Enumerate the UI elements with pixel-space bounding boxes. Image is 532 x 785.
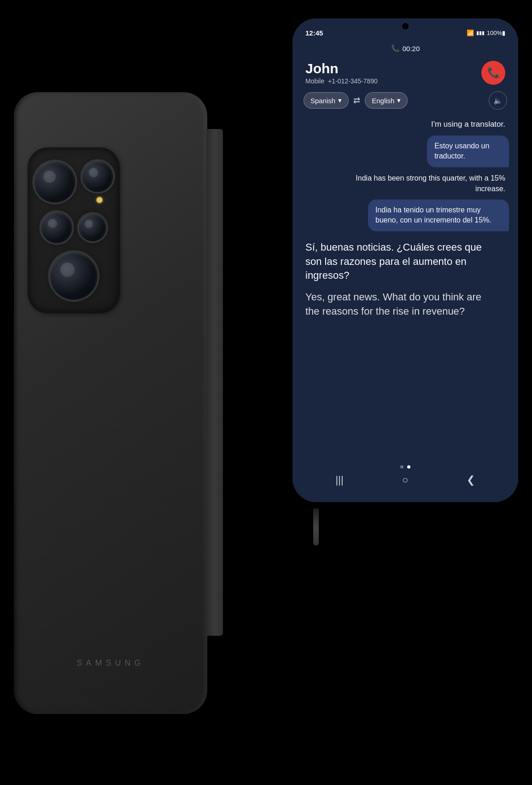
flash [96, 197, 103, 203]
main-lens [34, 161, 76, 203]
end-call-icon: 📞 [487, 67, 500, 79]
source-lang-label: Spanish [310, 97, 335, 105]
source-language-selector[interactable]: Spanish ▾ [304, 92, 349, 109]
back-button[interactable]: ❮ [467, 474, 475, 486]
end-call-button[interactable]: 📞 [481, 61, 505, 85]
page-indicator [400, 465, 410, 469]
periscope-lens [50, 252, 98, 300]
speaker-button[interactable]: 🔈 [489, 91, 507, 110]
dot-2 [407, 465, 410, 469]
call-duration: 📞 00:20 [292, 44, 518, 53]
camera-module [28, 147, 120, 313]
caller-info: John Mobile +1-012-345-7890 📞 [292, 58, 518, 91]
home-button[interactable]: ○ [402, 474, 408, 486]
duration-text: 00:20 [403, 45, 420, 53]
source-lang-chevron: ▾ [338, 96, 342, 105]
navigation-buttons: ||| ○ ❮ [292, 474, 518, 486]
message-5: Sí, buenas noticias. ¿Cuáles crees que s… [302, 239, 499, 285]
message-1: I'm using a translator. [427, 117, 509, 132]
message-4-group: India ha tenido un trimestre muy bueno, … [333, 199, 509, 231]
target-lang-chevron: ▾ [397, 96, 401, 105]
target-lang-label: English [372, 97, 394, 105]
message-6: Yes, great news. What do you think are t… [302, 288, 499, 321]
phone-back: SAMSUNG [14, 92, 207, 714]
phone-icon: 📞 [391, 44, 400, 53]
message-3: India has been strong this quarter, with… [333, 171, 509, 196]
dot-1 [400, 465, 403, 469]
phone-screen: 12:45 📶 ▮▮▮ 100%▮ 📞 00:20 John [292, 18, 518, 502]
chat-area: I'm using a translator. Estoy usando un … [292, 117, 518, 502]
recents-icon: ||| [336, 474, 344, 486]
ultrawide-lens [41, 212, 72, 243]
phone-side-rail [206, 129, 223, 636]
language-bar: Spanish ▾ ⇄ English ▾ 🔈 [292, 91, 518, 117]
home-icon: ○ [402, 474, 408, 486]
call-header: 📞 00:20 [292, 41, 518, 58]
battery-icon: 100%▮ [487, 29, 505, 36]
nav-bar: ||| ○ ❮ [292, 461, 518, 502]
tof-lens [79, 214, 106, 241]
front-camera-cutout [402, 23, 409, 29]
caller-number: Mobile +1-012-345-7890 [305, 77, 378, 85]
telephoto-lens [82, 161, 113, 192]
recents-button[interactable]: ||| [336, 474, 344, 486]
caller-name: John [305, 61, 378, 76]
status-time: 12:45 [305, 29, 323, 37]
back-icon: ❮ [467, 474, 475, 486]
speaker-icon: 🔈 [493, 96, 503, 105]
message-2-group: Estoy usando un traductor. [407, 135, 509, 167]
s-pen [313, 509, 319, 545]
wifi-icon: 📶 [467, 29, 474, 36]
phone-front: 12:45 📶 ▮▮▮ 100%▮ 📞 00:20 John [292, 18, 518, 502]
caller-details: John Mobile +1-012-345-7890 [305, 61, 378, 85]
swap-languages-icon[interactable]: ⇄ [353, 95, 360, 105]
message-4: India ha tenido un trimestre muy bueno, … [368, 199, 509, 231]
message-2: Estoy usando un traductor. [427, 135, 509, 167]
brand-logo: SAMSUNG [76, 658, 144, 668]
status-icons: 📶 ▮▮▮ 100%▮ [467, 29, 505, 36]
target-language-selector[interactable]: English ▾ [365, 92, 408, 109]
status-bar: 12:45 📶 ▮▮▮ 100%▮ [292, 18, 518, 41]
signal-icon: ▮▮▮ [476, 30, 485, 36]
